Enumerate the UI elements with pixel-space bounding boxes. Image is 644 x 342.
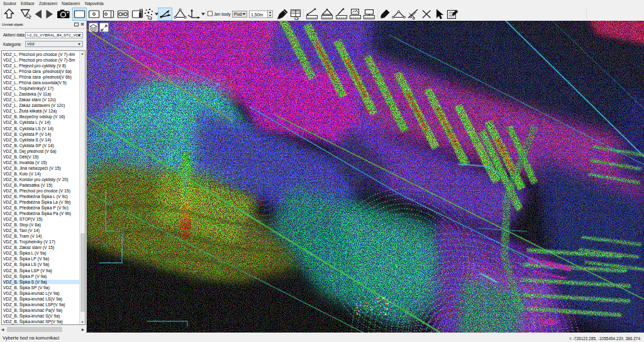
svg-text:Pod: Pod bbox=[234, 12, 242, 16]
svg-text:Jen body: Jen body bbox=[214, 12, 231, 17]
svg-text:1,50m: 1,50m bbox=[251, 13, 264, 17]
